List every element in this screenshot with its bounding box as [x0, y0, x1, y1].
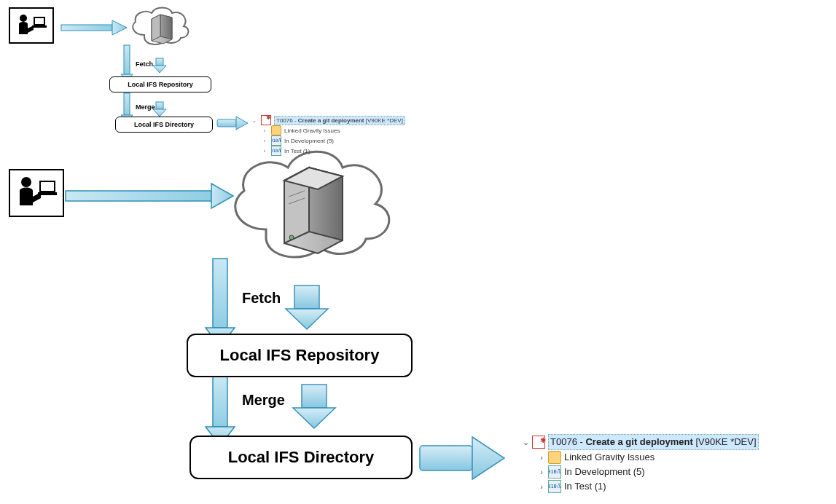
svg-rect-11	[156, 102, 163, 109]
label-merge-large: Merge	[242, 392, 285, 409]
svg-rect-3	[61, 25, 112, 31]
tree-child-2-lg: In Test (1)	[564, 479, 606, 494]
svg-rect-40	[41, 182, 54, 191]
svg-rect-24	[213, 259, 227, 328]
user-icon-small	[9, 7, 54, 44]
svg-marker-12	[153, 109, 166, 117]
chevron-right-icon: ›	[261, 137, 268, 145]
label-fetch-small: Fetch	[136, 60, 153, 68]
tree-child-1: In Development (5)	[284, 137, 334, 145]
user-icon-large	[9, 169, 64, 217]
binary-file-icon	[271, 146, 281, 156]
tree-root-title: Create a git deployment	[298, 117, 364, 124]
binary-file-icon	[548, 465, 561, 479]
people-icon	[271, 125, 281, 135]
svg-rect-13	[217, 119, 236, 127]
tree-small: ⌄ T0076 - Create a git deployment [V90KE…	[251, 115, 405, 156]
svg-rect-36	[35, 18, 44, 24]
svg-rect-41	[38, 192, 57, 195]
tree-root-id-lg: T0076	[550, 436, 577, 447]
box-local-repo-large: Local IFS Repository	[187, 334, 413, 377]
chevron-right-icon: ›	[538, 479, 545, 494]
tree-root-id: T0076	[276, 117, 293, 124]
svg-rect-37	[32, 25, 47, 28]
task-icon	[261, 115, 271, 125]
chevron-down-icon: ⌄	[522, 435, 529, 449]
svg-rect-26	[294, 286, 319, 309]
arrow-dir-tree-small	[217, 117, 248, 130]
binary-file-icon	[548, 480, 561, 493]
diagram-svg	[0, 0, 836, 504]
arrow-merge-large	[293, 385, 335, 428]
tree-child-1-lg: In Development (5)	[564, 465, 645, 479]
box-local-repo-small: Local IFS Repository	[109, 76, 211, 92]
cloud-large	[235, 151, 389, 257]
tree-root-title-lg: Create a git deployment	[585, 436, 692, 447]
chevron-right-icon: ›	[261, 147, 268, 155]
box-local-dir-large-text: Local IFS Directory	[228, 448, 375, 467]
chevron-down-icon: ⌄	[251, 117, 258, 125]
box-local-dir-small-text: Local IFS Directory	[134, 121, 194, 128]
svg-point-34	[20, 15, 27, 22]
svg-marker-14	[236, 117, 248, 130]
svg-rect-9	[124, 93, 130, 115]
svg-marker-1	[160, 15, 172, 39]
box-local-dir-large: Local IFS Directory	[190, 436, 413, 479]
chevron-right-icon: ›	[538, 465, 545, 479]
box-local-dir-small: Local IFS Directory	[115, 117, 213, 133]
svg-rect-5	[124, 45, 130, 74]
arrow-dir-tree-large	[420, 437, 504, 479]
task-icon	[532, 436, 545, 449]
tree-child-0-lg: Linked Gravity Issues	[564, 450, 655, 465]
arrow-user-cloud-small	[61, 20, 127, 35]
people-icon	[548, 451, 561, 464]
svg-rect-22	[66, 191, 211, 201]
label-fetch-large: Fetch	[242, 290, 281, 307]
chevron-right-icon: ›	[538, 450, 545, 465]
svg-marker-27	[286, 309, 328, 329]
arrow-merge-small	[153, 102, 166, 117]
arrow-fetch-small	[153, 58, 166, 73]
svg-marker-23	[211, 184, 233, 208]
arrow-fetch-large	[286, 286, 328, 329]
svg-point-38	[21, 177, 31, 187]
svg-rect-28	[213, 376, 227, 427]
svg-marker-2	[152, 15, 160, 41]
cloud-small	[133, 8, 188, 44]
label-merge-small: Merge	[136, 103, 155, 111]
tree-child-0: Linked Gravity Issues	[284, 127, 340, 135]
svg-rect-7	[156, 58, 163, 66]
svg-marker-8	[153, 66, 166, 73]
svg-marker-33	[472, 437, 504, 479]
arrow-user-cloud-large	[66, 184, 233, 208]
tree-root-env-lg: [V90KE *DEV]	[695, 436, 756, 447]
tree-child-2: In Test (1)	[284, 147, 310, 155]
chevron-right-icon: ›	[261, 127, 268, 135]
svg-rect-30	[302, 385, 327, 408]
binary-file-icon	[271, 135, 281, 146]
box-local-repo-small-text: Local IFS Repository	[128, 81, 193, 88]
tree-large: ⌄ T0076 - Create a git deployment [V90KE…	[522, 434, 759, 494]
tree-root-env: [V90KE *DEV]	[366, 117, 403, 124]
svg-point-21	[289, 235, 294, 240]
svg-marker-4	[112, 20, 127, 35]
svg-marker-31	[293, 408, 335, 428]
svg-rect-32	[420, 446, 472, 470]
box-local-repo-large-text: Local IFS Repository	[220, 346, 380, 365]
